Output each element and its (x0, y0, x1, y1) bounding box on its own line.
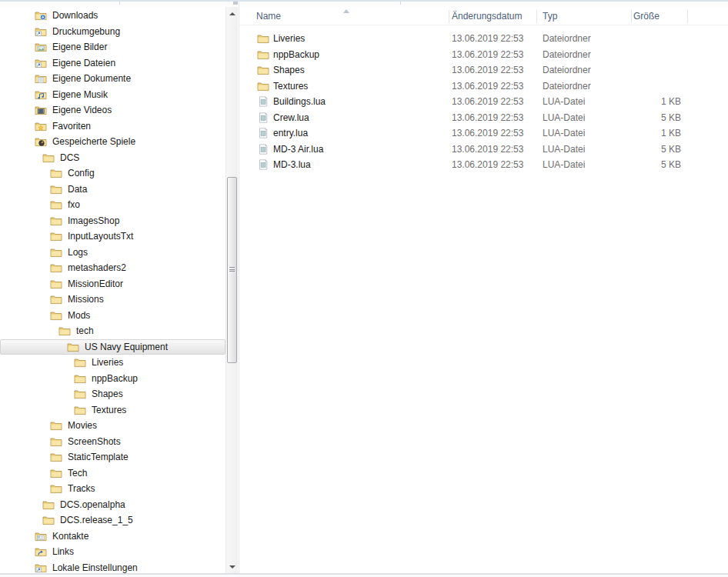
file-type: Dateiordner (543, 47, 591, 63)
tree-item-dcs-openalpha[interactable]: DCS.openalpha (0, 497, 225, 513)
tree-item-tech[interactable]: tech (0, 323, 225, 339)
folder-icon (50, 420, 62, 431)
tree-item-screenshots[interactable]: ScreenShots (0, 434, 225, 450)
tree-item-label: Tech (68, 468, 87, 479)
column-header-size[interactable]: Größe (633, 7, 660, 25)
tree-item-label: Eigene Bilder (52, 42, 107, 52)
tree-item-links[interactable]: Links (0, 544, 225, 560)
file-row-shapes[interactable]: Shapes 13.06.2019 22:53 Dateiordner (239, 62, 728, 78)
file-name: Liveries (273, 31, 305, 47)
tree-item-imagesshop[interactable]: ImagesShop (0, 213, 225, 229)
tree-item-dcs[interactable]: DCS (0, 150, 225, 166)
tree-item-missioneditor[interactable]: MissionEditor (0, 276, 225, 292)
column-header-date[interactable]: Änderungsdatum (452, 7, 522, 25)
tree-item-liveries[interactable]: Liveries (0, 355, 225, 371)
tree-item-tracks[interactable]: Tracks (0, 481, 225, 497)
folder-shortcut-icon (35, 26, 47, 37)
folder-icon (50, 436, 62, 447)
tree-item-label: tech (76, 325, 94, 336)
tree-item-inputlayoutstxt[interactable]: InputLayoutsTxt (0, 228, 225, 245)
tree-item-eigene-dokumente[interactable]: Eigene Dokumente (0, 71, 225, 87)
tree-item-label: Textures (92, 405, 126, 415)
folder-icon (50, 184, 62, 195)
tree-item-label: DCS.release_1_5 (60, 515, 133, 525)
tree-item-label: Downloads (52, 10, 98, 21)
file-size: 5 KB (604, 110, 681, 126)
tree-item-label: DCS (60, 152, 79, 163)
tree-item-favoriten[interactable]: Favoriten (0, 118, 225, 135)
file-type: Dateiordner (543, 78, 591, 95)
file-name: Textures (273, 78, 308, 95)
tree-item-downloads[interactable]: Downloads (0, 8, 225, 24)
tree-item-gespeicherte-spiele[interactable]: Gespeicherte Spiele (0, 134, 225, 150)
toolbar-crop-artifact (119, 2, 120, 5)
tree-item-label: ScreenShots (68, 436, 121, 447)
tree-item-textures[interactable]: Textures (0, 402, 225, 419)
lua-file-icon (257, 128, 269, 138)
tree-item-druckumgebung[interactable]: Druckumgebung (0, 24, 225, 40)
tree-item-movies[interactable]: Movies (0, 418, 225, 434)
file-name: MD-3.lua (273, 157, 311, 173)
tree-item-metashaders2[interactable]: metashaders2 (0, 260, 225, 276)
folder-favorites-icon (35, 121, 47, 132)
file-name: nppBackup (273, 47, 319, 63)
folder-icon (67, 342, 79, 352)
file-row-md-3-air-lua[interactable]: MD-3 Air.lua 13.06.2019 22:53 LUA-Datei … (239, 142, 728, 158)
file-modified-date: 13.06.2019 22:53 (452, 94, 523, 110)
tree-item-eigene-bilder[interactable]: Eigene Bilder (0, 39, 225, 55)
tree-item-dcs-release-1-5[interactable]: DCS.release_1_5 (0, 512, 225, 529)
folder-tree: Downloads Druckumgebung Eigene Bilder Ei… (0, 7, 225, 573)
tree-item-kontakte[interactable]: Kontakte (0, 529, 225, 545)
arrow-down-icon (229, 565, 235, 569)
folder-music-icon (35, 89, 47, 100)
folder-shortcut-icon (35, 562, 47, 573)
file-row-crew-lua[interactable]: Crew.lua 13.06.2019 22:53 LUA-Datei 5 KB (239, 110, 728, 126)
tree-item-eigene-musik[interactable]: Eigene Musik (0, 87, 225, 103)
tree-item-shapes[interactable]: Shapes (0, 386, 225, 402)
folder-icon (50, 199, 62, 210)
file-row-textures[interactable]: Textures 13.06.2019 22:53 Dateiordner (239, 78, 728, 95)
tree-item-eigene-videos[interactable]: Eigene Videos (0, 102, 225, 118)
tree-scrollbar[interactable] (225, 7, 238, 573)
tree-item-label: Liveries (92, 357, 123, 368)
tree-item-label: fxo (68, 199, 80, 210)
tree-item-logs[interactable]: Logs (0, 245, 225, 261)
scrollbar-up-button[interactable] (226, 7, 239, 20)
scrollbar-thumb[interactable] (227, 177, 237, 363)
tree-item-label: Lokale Einstellungen (52, 562, 138, 573)
file-type: Dateiordner (543, 31, 591, 47)
tree-item-lokale-einstellungen[interactable]: Lokale Einstellungen (0, 560, 225, 574)
tree-item-fxo[interactable]: fxo (0, 197, 225, 213)
column-headers: NameÄnderungsdatumTypGröße (239, 7, 728, 25)
folder-icon (50, 278, 62, 289)
file-row-buildings-lua[interactable]: Buildings.lua 13.06.2019 22:53 LUA-Datei… (239, 94, 728, 110)
tree-item-tech[interactable]: Tech (0, 465, 225, 482)
tree-item-label: Tracks (68, 483, 95, 494)
folder-icon (58, 325, 71, 336)
tree-item-us-navy-equipment[interactable]: US Navy Equipment (0, 339, 225, 355)
file-row-md-3-lua[interactable]: MD-3.lua 13.06.2019 22:53 LUA-Datei 5 KB (239, 157, 728, 173)
tree-item-data[interactable]: Data (0, 182, 225, 198)
tree-item-label: DCS.openalpha (60, 499, 125, 510)
tree-item-missions[interactable]: Missions (0, 292, 225, 308)
file-row-nppbackup[interactable]: nppBackup 13.06.2019 22:53 Dateiordner (239, 47, 728, 63)
file-name: Shapes (273, 62, 305, 78)
tree-item-label: Eigene Musik (52, 89, 108, 100)
scrollbar-down-button[interactable] (226, 560, 239, 573)
tree-item-statictemplate[interactable]: StaticTemplate (0, 449, 225, 465)
file-row-liveries[interactable]: Liveries 13.06.2019 22:53 Dateiordner (239, 31, 728, 47)
tree-item-eigene-dateien[interactable]: Eigene Dateien (0, 55, 225, 72)
tree-item-config[interactable]: Config (0, 165, 225, 182)
column-separator (687, 10, 688, 23)
column-header-name[interactable]: Name (256, 7, 281, 25)
file-modified-date: 13.06.2019 22:53 (452, 142, 523, 158)
file-row-entry-lua[interactable]: entry.lua 13.06.2019 22:53 LUA-Datei 1 K… (239, 125, 728, 142)
file-modified-date: 13.06.2019 22:53 (452, 47, 523, 63)
column-header-type[interactable]: Typ (543, 7, 557, 25)
tree-item-label: Missions (68, 294, 104, 305)
tree-item-nppbackup[interactable]: nppBackup (0, 371, 225, 387)
folder-icon (42, 515, 55, 525)
tree-item-label: Config (68, 168, 95, 178)
file-type: LUA-Datei (543, 94, 585, 110)
tree-item-mods[interactable]: Mods (0, 308, 225, 324)
